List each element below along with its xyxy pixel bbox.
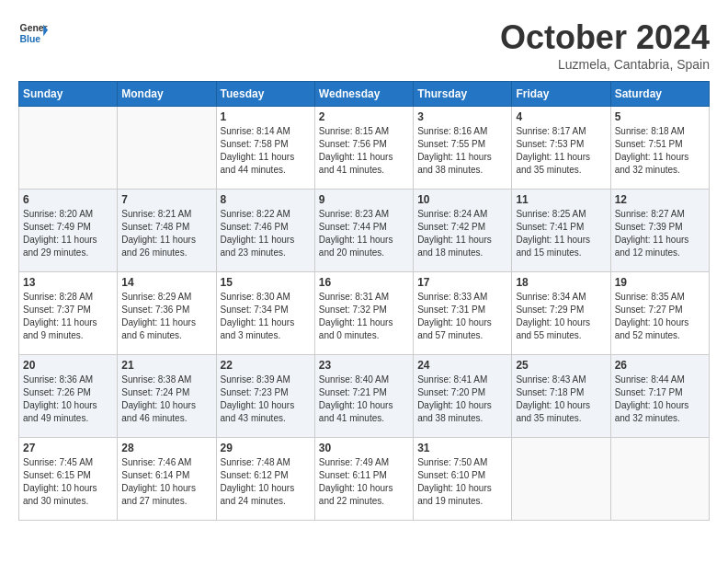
day-number: 25 [516,359,606,372]
day-info: Sunrise: 7:49 AM Sunset: 6:11 PM Dayligh… [319,456,409,508]
calendar-cell: 1Sunrise: 8:14 AM Sunset: 7:58 PM Daylig… [216,107,314,190]
weekday-tuesday: Tuesday [216,82,314,107]
day-info: Sunrise: 8:22 AM Sunset: 7:46 PM Dayligh… [221,208,311,259]
day-number: 2 [319,110,409,123]
day-number: 18 [516,276,606,289]
calendar-week-1: 1Sunrise: 8:14 AM Sunset: 7:58 PM Daylig… [19,107,710,190]
calendar-body: 1Sunrise: 8:14 AM Sunset: 7:58 PM Daylig… [19,107,710,521]
svg-text:Blue: Blue [20,34,41,44]
day-info: Sunrise: 8:30 AM Sunset: 7:34 PM Dayligh… [221,291,311,342]
calendar-cell: 14Sunrise: 8:29 AM Sunset: 7:36 PM Dayli… [118,272,216,355]
calendar-cell: 13Sunrise: 8:28 AM Sunset: 7:37 PM Dayli… [19,272,118,355]
day-info: Sunrise: 8:20 AM Sunset: 7:49 PM Dayligh… [23,208,113,259]
weekday-wednesday: Wednesday [314,82,413,107]
day-number: 31 [417,442,507,454]
calendar-cell: 30Sunrise: 7:49 AM Sunset: 6:11 PM Dayli… [314,438,413,521]
calendar-cell: 26Sunrise: 8:44 AM Sunset: 7:17 PM Dayli… [610,355,709,438]
weekday-saturday: Saturday [610,82,709,107]
day-number: 4 [516,110,606,123]
calendar-cell: 10Sunrise: 8:24 AM Sunset: 7:42 PM Dayli… [414,190,512,272]
day-info: Sunrise: 7:50 AM Sunset: 6:10 PM Dayligh… [417,456,507,508]
weekday-header-row: SundayMondayTuesdayWednesdayThursdayFrid… [19,82,710,107]
day-info: Sunrise: 8:18 AM Sunset: 7:51 PM Dayligh… [615,125,705,177]
title-block: October 2024 Luzmela, Cantabria, Spain [500,18,710,72]
day-info: Sunrise: 8:34 AM Sunset: 7:29 PM Dayligh… [516,291,606,342]
day-number: 1 [221,110,311,123]
day-number: 26 [615,359,705,372]
calendar-cell: 5Sunrise: 8:18 AM Sunset: 7:51 PM Daylig… [610,107,709,190]
day-number: 15 [221,276,311,289]
day-number: 28 [121,442,211,454]
calendar-week-4: 20Sunrise: 8:36 AM Sunset: 7:26 PM Dayli… [19,355,710,438]
weekday-thursday: Thursday [414,82,512,107]
day-number: 8 [221,193,311,206]
weekday-sunday: Sunday [19,82,118,107]
day-number: 9 [319,193,409,206]
calendar-cell [610,438,709,521]
month-title: October 2024 [500,18,710,57]
day-info: Sunrise: 7:48 AM Sunset: 6:12 PM Dayligh… [221,456,311,508]
calendar-cell: 3Sunrise: 8:16 AM Sunset: 7:55 PM Daylig… [414,107,512,190]
page-header: General Blue October 2024 Luzmela, Canta… [18,18,710,72]
day-info: Sunrise: 8:27 AM Sunset: 7:39 PM Dayligh… [615,208,705,259]
calendar-table: SundayMondayTuesdayWednesdayThursdayFrid… [18,81,710,521]
day-info: Sunrise: 8:31 AM Sunset: 7:32 PM Dayligh… [319,291,409,342]
day-info: Sunrise: 7:45 AM Sunset: 6:15 PM Dayligh… [23,456,113,508]
calendar-cell: 12Sunrise: 8:27 AM Sunset: 7:39 PM Dayli… [610,190,709,272]
day-number: 30 [319,442,409,454]
day-number: 13 [23,276,113,289]
calendar-cell: 9Sunrise: 8:23 AM Sunset: 7:44 PM Daylig… [314,190,413,272]
calendar-cell: 19Sunrise: 8:35 AM Sunset: 7:27 PM Dayli… [610,272,709,355]
calendar-cell: 25Sunrise: 8:43 AM Sunset: 7:18 PM Dayli… [512,355,610,438]
day-number: 5 [615,110,705,123]
day-info: Sunrise: 8:43 AM Sunset: 7:18 PM Dayligh… [516,373,606,425]
day-number: 14 [121,276,211,289]
day-number: 29 [221,442,311,454]
calendar-week-3: 13Sunrise: 8:28 AM Sunset: 7:37 PM Dayli… [19,272,710,355]
calendar-cell: 31Sunrise: 7:50 AM Sunset: 6:10 PM Dayli… [414,438,512,521]
day-info: Sunrise: 8:25 AM Sunset: 7:41 PM Dayligh… [516,208,606,259]
calendar-cell: 24Sunrise: 8:41 AM Sunset: 7:20 PM Dayli… [414,355,512,438]
day-info: Sunrise: 8:23 AM Sunset: 7:44 PM Dayligh… [319,208,409,259]
day-number: 12 [615,193,705,206]
day-info: Sunrise: 8:38 AM Sunset: 7:24 PM Dayligh… [121,373,211,425]
day-number: 23 [319,359,409,372]
calendar-cell: 20Sunrise: 8:36 AM Sunset: 7:26 PM Dayli… [19,355,118,438]
day-info: Sunrise: 8:15 AM Sunset: 7:56 PM Dayligh… [319,125,409,177]
day-info: Sunrise: 8:33 AM Sunset: 7:31 PM Dayligh… [417,291,507,342]
day-number: 19 [615,276,705,289]
calendar-cell: 21Sunrise: 8:38 AM Sunset: 7:24 PM Dayli… [118,355,216,438]
day-info: Sunrise: 8:24 AM Sunset: 7:42 PM Dayligh… [417,208,507,259]
calendar-cell: 16Sunrise: 8:31 AM Sunset: 7:32 PM Dayli… [314,272,413,355]
calendar-cell: 18Sunrise: 8:34 AM Sunset: 7:29 PM Dayli… [512,272,610,355]
weekday-friday: Friday [512,82,610,107]
day-number: 3 [417,110,507,123]
calendar-cell: 28Sunrise: 7:46 AM Sunset: 6:14 PM Dayli… [118,438,216,521]
day-info: Sunrise: 8:28 AM Sunset: 7:37 PM Dayligh… [23,291,113,342]
calendar-cell [512,438,610,521]
calendar-cell: 8Sunrise: 8:22 AM Sunset: 7:46 PM Daylig… [216,190,314,272]
day-info: Sunrise: 8:35 AM Sunset: 7:27 PM Dayligh… [615,291,705,342]
day-info: Sunrise: 8:14 AM Sunset: 7:58 PM Dayligh… [221,125,311,177]
calendar-cell: 22Sunrise: 8:39 AM Sunset: 7:23 PM Dayli… [216,355,314,438]
calendar-cell: 7Sunrise: 8:21 AM Sunset: 7:48 PM Daylig… [118,190,216,272]
calendar-cell: 29Sunrise: 7:48 AM Sunset: 6:12 PM Dayli… [216,438,314,521]
day-info: Sunrise: 8:36 AM Sunset: 7:26 PM Dayligh… [23,373,113,425]
day-info: Sunrise: 8:17 AM Sunset: 7:53 PM Dayligh… [516,125,606,177]
logo: General Blue [18,18,48,48]
day-info: Sunrise: 7:46 AM Sunset: 6:14 PM Dayligh… [121,456,211,508]
calendar-cell: 17Sunrise: 8:33 AM Sunset: 7:31 PM Dayli… [414,272,512,355]
day-number: 20 [23,359,113,372]
day-info: Sunrise: 8:29 AM Sunset: 7:36 PM Dayligh… [121,291,211,342]
day-info: Sunrise: 8:40 AM Sunset: 7:21 PM Dayligh… [319,373,409,425]
logo-icon: General Blue [18,18,48,48]
day-number: 24 [417,359,507,372]
day-info: Sunrise: 8:39 AM Sunset: 7:23 PM Dayligh… [221,373,311,425]
day-number: 11 [516,193,606,206]
day-info: Sunrise: 8:16 AM Sunset: 7:55 PM Dayligh… [417,125,507,177]
weekday-monday: Monday [118,82,216,107]
calendar-cell: 27Sunrise: 7:45 AM Sunset: 6:15 PM Dayli… [19,438,118,521]
calendar-cell: 15Sunrise: 8:30 AM Sunset: 7:34 PM Dayli… [216,272,314,355]
calendar-cell: 2Sunrise: 8:15 AM Sunset: 7:56 PM Daylig… [314,107,413,190]
calendar-cell: 11Sunrise: 8:25 AM Sunset: 7:41 PM Dayli… [512,190,610,272]
